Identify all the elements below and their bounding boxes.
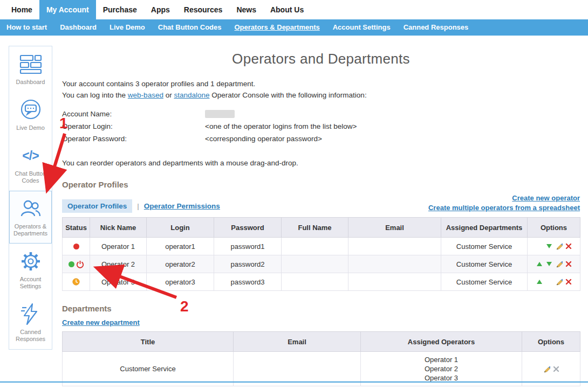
operator-1-full-name (282, 238, 348, 255)
move-down-icon[interactable] (545, 242, 553, 251)
code-icon: </> (11, 144, 50, 168)
operators-table: Status Nick Name Login Password Full Nam… (62, 217, 580, 291)
intro-or: or (163, 91, 174, 99)
intro-text: Your account contains 3 operator profile… (62, 78, 580, 101)
departments-table-header-row: Title Email Assigned Operators Options (63, 332, 580, 352)
operator-3-full-name (282, 273, 348, 291)
tab-separator: | (137, 202, 139, 210)
gear-icon (11, 249, 50, 273)
operator-1-departments: Customer Service (441, 238, 528, 255)
account-name-redacted-value (205, 110, 235, 118)
department-row-1: Customer Service Operator 1 Operator 2 O… (63, 352, 580, 386)
operators-tabs: Operator Profiles | Operator Permissions (62, 199, 220, 213)
sub-nav-live-demo[interactable]: Live Demo (103, 19, 152, 36)
delete-icon[interactable] (564, 260, 572, 268)
operator-2-login: operator2 (147, 255, 214, 273)
edit-icon[interactable] (555, 242, 563, 251)
sidebar-item-canned-responses[interactable]: Canned Responses (9, 296, 52, 349)
move-up-icon[interactable] (535, 278, 543, 286)
create-new-department-link[interactable]: Create new department (62, 318, 140, 327)
account-name-label: Account Name: (62, 110, 205, 118)
sidebar-label-chat-button-codes: Chat Button Codes (11, 170, 50, 184)
delete-icon[interactable] (564, 242, 572, 251)
operators-icon (11, 197, 50, 220)
sidebar-item-live-demo[interactable]: Live Demo (9, 92, 52, 138)
top-nav-apps[interactable]: Apps (144, 0, 177, 19)
operator-login-value: <one of the operator logins from the lis… (205, 122, 357, 130)
top-nav-news[interactable]: News (229, 0, 263, 19)
col-header-options: Options (528, 218, 580, 238)
col-header-status: Status (63, 218, 90, 238)
sidebar-item-account-settings[interactable]: Account Settings (9, 244, 52, 296)
operator-2-nick: Operator 2 (90, 255, 147, 273)
department-title: Customer Service (63, 352, 234, 386)
operator-login-label: Operator Login: (62, 122, 205, 130)
edit-icon[interactable] (542, 365, 550, 373)
account-info: Account Name: Operator Login: <one of th… (62, 108, 580, 145)
sub-navigation: How to start Dashboard Live Demo Chat Bu… (0, 19, 588, 36)
col-header-login: Login (147, 218, 214, 238)
assigned-operator-2: Operator 2 (361, 364, 522, 373)
operator-1-login: operator1 (147, 238, 214, 255)
col-header-dept-options: Options (522, 332, 580, 352)
operator-1-password: password1 (214, 238, 282, 255)
top-nav-about-us[interactable]: About Us (263, 0, 311, 19)
logout-power-icon[interactable] (76, 260, 84, 268)
edit-icon[interactable] (555, 260, 563, 268)
tab-operator-permissions[interactable]: Operator Permissions (144, 202, 220, 210)
operator-2-password: password2 (214, 255, 282, 273)
sub-nav-chat-button-codes[interactable]: Chat Button Codes (152, 19, 228, 36)
status-online-icon (69, 261, 74, 267)
top-nav-my-account[interactable]: My Account (39, 0, 96, 19)
col-header-title: Title (63, 332, 234, 352)
edit-icon[interactable] (555, 278, 563, 286)
operator-password-value: <corresponding operator password> (205, 135, 322, 143)
move-up-icon[interactable] (535, 260, 543, 268)
sidebar-label-live-demo: Live Demo (11, 124, 50, 131)
intro-line-2-suffix: Operator Console with the following info… (209, 91, 366, 99)
top-navigation: Home My Account Purchase Apps Resources … (0, 0, 588, 19)
col-header-assigned-departments: Assigned Departments (441, 218, 528, 238)
col-header-nick-name: Nick Name (90, 218, 147, 238)
sidebar-label-operators-departments: Operators & Departments (11, 223, 50, 237)
sub-nav-dashboard[interactable]: Dashboard (53, 19, 103, 36)
sidebar: Dashboard Live Demo </> Chat Button Code… (9, 46, 52, 350)
sidebar-item-operators-departments[interactable]: Operators & Departments (9, 191, 52, 244)
main-content: Operators and Departments Your account c… (62, 47, 580, 386)
dashboard-icon (11, 52, 50, 76)
status-away-clock-icon (72, 278, 80, 286)
sub-nav-operators-departments[interactable]: Operators & Departments (228, 19, 326, 36)
sidebar-item-chat-button-codes[interactable]: </> Chat Button Codes (9, 138, 52, 191)
sub-nav-how-to-start[interactable]: How to start (0, 19, 53, 36)
delete-icon[interactable] (564, 278, 572, 286)
create-new-operator-link[interactable]: Create new operator (428, 193, 580, 203)
col-header-email: Email (348, 218, 441, 238)
departments-table: Title Email Assigned Operators Options C… (62, 331, 580, 386)
sub-nav-account-settings[interactable]: Account Settings (326, 19, 397, 36)
operators-table-header-row: Status Nick Name Login Password Full Nam… (63, 218, 580, 238)
operator-1-nick: Operator 1 (90, 238, 147, 255)
tab-operator-profiles[interactable]: Operator Profiles (62, 199, 132, 213)
web-based-link[interactable]: web-based (128, 91, 163, 99)
operator-1-email (348, 238, 441, 255)
sidebar-item-dashboard[interactable]: Dashboard (9, 46, 52, 92)
create-multiple-operators-link[interactable]: Create multiple operators from a spreads… (428, 203, 580, 213)
move-down-icon[interactable] (545, 260, 553, 268)
status-offline-icon (73, 244, 79, 249)
operator-row-1: Operator 1 operator1 password1 Customer … (63, 238, 580, 255)
chat-bubble-icon (11, 98, 50, 122)
top-nav-resources[interactable]: Resources (177, 0, 230, 19)
departments-heading: Departments (62, 304, 580, 313)
standalone-link[interactable]: standalone (174, 91, 209, 99)
operator-profiles-heading: Operator Profiles (62, 180, 580, 189)
top-nav-purchase[interactable]: Purchase (96, 0, 144, 19)
footer-divider (0, 381, 588, 383)
top-nav-home[interactable]: Home (4, 0, 39, 19)
move-up-placeholder (535, 242, 543, 251)
sub-nav-canned-responses[interactable]: Canned Responses (397, 19, 475, 36)
sidebar-label-account-settings: Account Settings (11, 276, 50, 290)
intro-line-1: Your account contains 3 operator profile… (62, 78, 580, 89)
operator-password-label: Operator Password: (62, 135, 205, 143)
sidebar-label-canned-responses: Canned Responses (11, 329, 50, 343)
operator-2-full-name (282, 255, 348, 273)
